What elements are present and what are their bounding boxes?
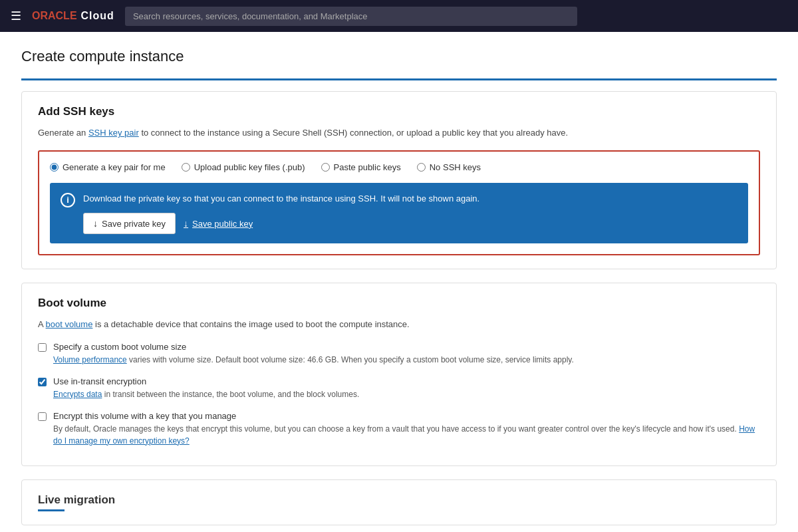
download-private-icon: ↓: [93, 218, 98, 229]
radio-generate-key-pair[interactable]: Generate a key pair for me: [50, 162, 166, 172]
ssh-keys-section: Add SSH keys Generate an SSH key pair to…: [21, 91, 777, 269]
radio-generate-label: Generate a key pair for me: [63, 162, 166, 172]
encrypt-key-row: Encrypt this volume with a key that you …: [38, 411, 760, 447]
live-migration-title: Live migration: [38, 493, 760, 507]
boot-desc-prefix: A: [38, 319, 46, 329]
oracle-brand-label: ORACLE: [32, 10, 77, 22]
topbar: ☰ ORACLE Cloud: [0, 0, 798, 32]
in-transit-row: Use in-transit encryption Encrypts data …: [38, 376, 760, 400]
save-private-key-button[interactable]: ↓ Save private key: [83, 213, 176, 234]
radio-paste-key[interactable]: Paste public keys: [321, 162, 401, 172]
menu-icon[interactable]: ☰: [11, 9, 21, 23]
page-title: Create compute instance: [21, 48, 777, 65]
boot-volume-title: Boot volume: [38, 297, 760, 310]
in-transit-checkbox[interactable]: [38, 378, 47, 386]
ssh-section-description: Generate an SSH key pair to connect to t…: [38, 126, 760, 140]
custom-boot-checkbox[interactable]: [38, 343, 47, 352]
ssh-bordered-area: Generate a key pair for me Upload public…: [38, 150, 760, 256]
custom-boot-label-group: Specify a custom boot volume size Volume…: [53, 342, 574, 366]
radio-paste-label: Paste public keys: [334, 162, 401, 172]
custom-boot-label[interactable]: Specify a custom boot volume size: [53, 342, 574, 352]
radio-upload-key[interactable]: Upload public key files (.pub): [182, 162, 305, 172]
ssh-radio-group: Generate a key pair for me Upload public…: [50, 162, 748, 172]
ssh-key-pair-link[interactable]: SSH key pair: [88, 128, 139, 138]
in-transit-description: Encrypts data in transit between the ins…: [53, 388, 359, 400]
save-public-key-label: Save public key: [192, 219, 253, 229]
radio-no-ssh-label: No SSH keys: [430, 162, 481, 172]
save-public-key-button[interactable]: ↓ Save public key: [184, 213, 253, 234]
ssh-info-content: Download the private key so that you can…: [83, 192, 737, 235]
global-search-input[interactable]: [125, 7, 577, 26]
live-migration-section: Live migration: [21, 479, 777, 525]
radio-no-ssh[interactable]: No SSH keys: [417, 162, 481, 172]
ssh-desc-prefix: Generate an: [38, 128, 88, 138]
radio-upload-key-input[interactable]: [182, 163, 190, 172]
boot-volume-description: A boot volume is a detachable device tha…: [38, 318, 760, 331]
boot-desc-suffix: is a detachable device that contains the…: [92, 319, 409, 329]
in-transit-label[interactable]: Use in-transit encryption: [53, 376, 359, 386]
cloud-label: Cloud: [81, 10, 114, 22]
radio-generate-key-pair-input[interactable]: [50, 163, 59, 172]
encrypt-key-label[interactable]: Encrypt this volume with a key that you …: [53, 411, 760, 421]
info-icon: i: [61, 193, 75, 207]
custom-boot-description: Volume performance varies with volume si…: [53, 354, 574, 366]
encrypt-key-label-group: Encrypt this volume with a key that you …: [53, 411, 760, 447]
save-private-key-label: Save private key: [102, 219, 166, 229]
ssh-info-box: i Download the private key so that you c…: [50, 183, 748, 244]
top-accent: [21, 78, 777, 80]
encrypts-data-link[interactable]: Encrypts data: [53, 390, 102, 399]
manage-encryption-keys-link[interactable]: How do I manage my own encryption keys?: [53, 424, 755, 446]
encrypt-key-description: By default, Oracle manages the keys that…: [53, 423, 760, 447]
ssh-info-text: Download the private key so that you can…: [83, 192, 737, 205]
radio-upload-label: Upload public key files (.pub): [194, 162, 305, 172]
page-content: Create compute instance Add SSH keys Gen…: [0, 32, 798, 532]
oracle-logo: ORACLE Cloud: [32, 10, 114, 22]
radio-paste-key-input[interactable]: [321, 163, 330, 172]
custom-boot-row: Specify a custom boot volume size Volume…: [38, 342, 760, 366]
ssh-button-group: ↓ Save private key ↓ Save public key: [83, 213, 737, 234]
boot-volume-link[interactable]: boot volume: [46, 319, 93, 329]
in-transit-label-group: Use in-transit encryption Encrypts data …: [53, 376, 359, 400]
encrypt-key-checkbox[interactable]: [38, 412, 47, 421]
volume-performance-link[interactable]: Volume performance: [53, 355, 127, 364]
boot-volume-section: Boot volume A boot volume is a detachabl…: [21, 283, 777, 466]
ssh-section-title: Add SSH keys: [38, 105, 760, 118]
ssh-desc-suffix: to connect to the instance using a Secur…: [139, 128, 568, 138]
download-public-icon: ↓: [184, 218, 188, 229]
radio-no-ssh-input[interactable]: [417, 163, 426, 172]
live-migration-underline: [38, 509, 65, 511]
